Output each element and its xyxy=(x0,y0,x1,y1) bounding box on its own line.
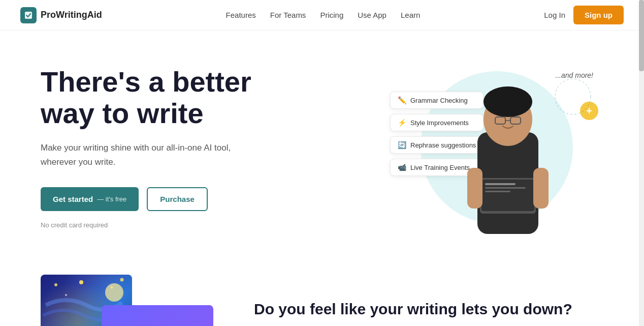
svg-rect-11 xyxy=(485,191,510,192)
idea-card-inner xyxy=(102,305,213,326)
svg-rect-12 xyxy=(467,168,482,209)
person-illustration xyxy=(452,71,564,234)
nav-features[interactable]: Features xyxy=(226,11,256,19)
no-credit-text: No credit card required xyxy=(41,221,305,229)
nav-right: Log In Sign up xyxy=(544,6,624,24)
hero-illustration: ...and more! ✏️ Grammar Checking ⚡ Style… xyxy=(390,61,603,234)
section2-illustration: My idea in my head xyxy=(41,275,213,326)
scrollbar-thumb[interactable] xyxy=(639,0,644,71)
nav-learn[interactable]: Learn xyxy=(401,11,420,19)
svg-rect-9 xyxy=(485,183,516,185)
svg-rect-10 xyxy=(485,187,526,189)
nav-links: Features For Teams Pricing Use App Learn xyxy=(226,11,421,20)
signup-button[interactable]: Sign up xyxy=(573,6,624,24)
navbar: ProWritingAid Features For Teams Pricing… xyxy=(0,0,644,31)
hero-left: There's a better way to write Make your … xyxy=(41,66,305,229)
svg-point-18 xyxy=(120,278,124,282)
page-scrollbar[interactable] xyxy=(639,0,644,326)
nav-for-teams[interactable]: For Teams xyxy=(270,11,306,19)
section2: My idea in my head Do you feel like your… xyxy=(0,254,644,326)
nav-pricing[interactable]: Pricing xyxy=(320,11,343,19)
svg-rect-13 xyxy=(533,168,549,209)
svg-point-15 xyxy=(54,283,57,286)
hero-buttons: Get started — it's free Purchase xyxy=(41,187,305,211)
nav-use-app[interactable]: Use App xyxy=(358,11,387,19)
get-started-label: Get started xyxy=(53,195,93,203)
circle-decoration xyxy=(553,76,593,117)
svg-point-3 xyxy=(484,86,532,117)
section2-title: Do you feel like your writing lets you d… xyxy=(254,300,603,318)
logo-icon xyxy=(20,7,37,23)
free-label: — it's free xyxy=(97,195,126,203)
rephrase-icon: 🔄 xyxy=(398,141,406,149)
svg-point-22 xyxy=(105,283,123,302)
brand-logo[interactable]: ProWritingAid xyxy=(20,7,102,23)
login-button[interactable]: Log In xyxy=(544,11,565,19)
section2-right: Do you feel like your writing lets you d… xyxy=(254,300,603,326)
hero-title: There's a better way to write xyxy=(41,66,305,129)
hero-section: There's a better way to write Make your … xyxy=(0,31,644,254)
svg-point-19 xyxy=(65,294,67,296)
style-icon: ⚡ xyxy=(398,118,406,127)
get-started-button[interactable]: Get started — it's free xyxy=(41,187,139,211)
purchase-button[interactable]: Purchase xyxy=(147,187,208,211)
training-icon: 📹 xyxy=(398,163,406,171)
idea-card: My idea in my head xyxy=(102,305,213,326)
brand-name: ProWritingAid xyxy=(41,10,102,20)
svg-point-14 xyxy=(555,79,591,114)
grammar-icon: ✏️ xyxy=(398,96,406,104)
hero-subtitle: Make your writing shine with our all-in-… xyxy=(41,141,254,168)
svg-point-16 xyxy=(79,280,83,284)
